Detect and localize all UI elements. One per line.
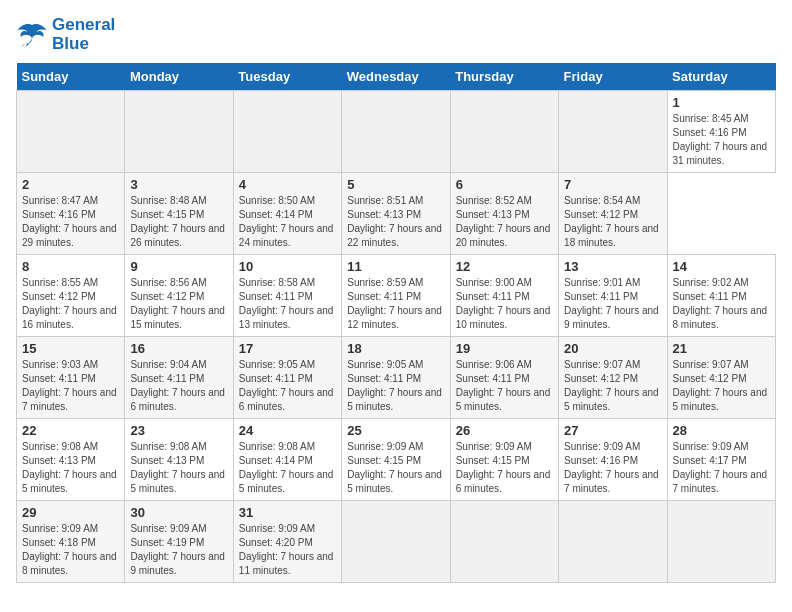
- calendar-cell: [125, 91, 233, 173]
- day-number: 9: [130, 259, 227, 274]
- day-info: Sunrise: 9:07 AMSunset: 4:12 PMDaylight:…: [564, 358, 661, 414]
- calendar-cell: 5Sunrise: 8:51 AMSunset: 4:13 PMDaylight…: [342, 173, 450, 255]
- calendar-cell: 14Sunrise: 9:02 AMSunset: 4:11 PMDayligh…: [667, 255, 775, 337]
- day-number: 29: [22, 505, 119, 520]
- calendar-cell: 24Sunrise: 9:08 AMSunset: 4:14 PMDayligh…: [233, 419, 341, 501]
- calendar-cell: [342, 501, 450, 583]
- day-info: Sunrise: 9:09 AMSunset: 4:15 PMDaylight:…: [456, 440, 553, 496]
- day-info: Sunrise: 8:58 AMSunset: 4:11 PMDaylight:…: [239, 276, 336, 332]
- logo-icon: [16, 21, 48, 49]
- day-info: Sunrise: 8:45 AMSunset: 4:16 PMDaylight:…: [673, 112, 770, 168]
- calendar-week-1: 1Sunrise: 8:45 AMSunset: 4:16 PMDaylight…: [17, 91, 776, 173]
- day-info: Sunrise: 8:50 AMSunset: 4:14 PMDaylight:…: [239, 194, 336, 250]
- calendar-cell: 10Sunrise: 8:58 AMSunset: 4:11 PMDayligh…: [233, 255, 341, 337]
- calendar-cell: [667, 501, 775, 583]
- day-number: 13: [564, 259, 661, 274]
- day-info: Sunrise: 9:01 AMSunset: 4:11 PMDaylight:…: [564, 276, 661, 332]
- calendar-cell: [450, 501, 558, 583]
- day-number: 11: [347, 259, 444, 274]
- calendar-cell: 4Sunrise: 8:50 AMSunset: 4:14 PMDaylight…: [233, 173, 341, 255]
- header-monday: Monday: [125, 63, 233, 91]
- day-info: Sunrise: 9:09 AMSunset: 4:15 PMDaylight:…: [347, 440, 444, 496]
- calendar-cell: 2Sunrise: 8:47 AMSunset: 4:16 PMDaylight…: [17, 173, 125, 255]
- calendar-cell: 29Sunrise: 9:09 AMSunset: 4:18 PMDayligh…: [17, 501, 125, 583]
- day-number: 19: [456, 341, 553, 356]
- page-header: General Blue: [16, 16, 776, 53]
- calendar-cell: 9Sunrise: 8:56 AMSunset: 4:12 PMDaylight…: [125, 255, 233, 337]
- day-number: 15: [22, 341, 119, 356]
- day-info: Sunrise: 8:59 AMSunset: 4:11 PMDaylight:…: [347, 276, 444, 332]
- calendar-cell: 27Sunrise: 9:09 AMSunset: 4:16 PMDayligh…: [559, 419, 667, 501]
- calendar-cell: 7Sunrise: 8:54 AMSunset: 4:12 PMDaylight…: [559, 173, 667, 255]
- day-info: Sunrise: 9:08 AMSunset: 4:13 PMDaylight:…: [130, 440, 227, 496]
- calendar-header-row: SundayMondayTuesdayWednesdayThursdayFrid…: [17, 63, 776, 91]
- day-number: 14: [673, 259, 770, 274]
- calendar-cell: 13Sunrise: 9:01 AMSunset: 4:11 PMDayligh…: [559, 255, 667, 337]
- calendar-cell: 11Sunrise: 8:59 AMSunset: 4:11 PMDayligh…: [342, 255, 450, 337]
- calendar-week-4: 15Sunrise: 9:03 AMSunset: 4:11 PMDayligh…: [17, 337, 776, 419]
- day-info: Sunrise: 9:07 AMSunset: 4:12 PMDaylight:…: [673, 358, 770, 414]
- day-info: Sunrise: 9:08 AMSunset: 4:13 PMDaylight:…: [22, 440, 119, 496]
- calendar-cell: 12Sunrise: 9:00 AMSunset: 4:11 PMDayligh…: [450, 255, 558, 337]
- day-info: Sunrise: 9:09 AMSunset: 4:17 PMDaylight:…: [673, 440, 770, 496]
- day-number: 20: [564, 341, 661, 356]
- day-number: 25: [347, 423, 444, 438]
- calendar-cell: 26Sunrise: 9:09 AMSunset: 4:15 PMDayligh…: [450, 419, 558, 501]
- day-info: Sunrise: 9:04 AMSunset: 4:11 PMDaylight:…: [130, 358, 227, 414]
- calendar-cell: 3Sunrise: 8:48 AMSunset: 4:15 PMDaylight…: [125, 173, 233, 255]
- day-info: Sunrise: 9:02 AMSunset: 4:11 PMDaylight:…: [673, 276, 770, 332]
- day-info: Sunrise: 9:09 AMSunset: 4:18 PMDaylight:…: [22, 522, 119, 578]
- calendar-cell: 22Sunrise: 9:08 AMSunset: 4:13 PMDayligh…: [17, 419, 125, 501]
- day-info: Sunrise: 8:48 AMSunset: 4:15 PMDaylight:…: [130, 194, 227, 250]
- day-info: Sunrise: 9:08 AMSunset: 4:14 PMDaylight:…: [239, 440, 336, 496]
- day-number: 1: [673, 95, 770, 110]
- calendar-week-3: 8Sunrise: 8:55 AMSunset: 4:12 PMDaylight…: [17, 255, 776, 337]
- day-number: 3: [130, 177, 227, 192]
- calendar-cell: 15Sunrise: 9:03 AMSunset: 4:11 PMDayligh…: [17, 337, 125, 419]
- header-wednesday: Wednesday: [342, 63, 450, 91]
- calendar-cell: [559, 501, 667, 583]
- day-number: 21: [673, 341, 770, 356]
- logo-text: General Blue: [52, 16, 115, 53]
- calendar-cell: 30Sunrise: 9:09 AMSunset: 4:19 PMDayligh…: [125, 501, 233, 583]
- day-number: 28: [673, 423, 770, 438]
- calendar-table: SundayMondayTuesdayWednesdayThursdayFrid…: [16, 63, 776, 583]
- day-number: 23: [130, 423, 227, 438]
- calendar-cell: 31Sunrise: 9:09 AMSunset: 4:20 PMDayligh…: [233, 501, 341, 583]
- day-info: Sunrise: 8:47 AMSunset: 4:16 PMDaylight:…: [22, 194, 119, 250]
- day-number: 7: [564, 177, 661, 192]
- calendar-cell: 19Sunrise: 9:06 AMSunset: 4:11 PMDayligh…: [450, 337, 558, 419]
- day-number: 27: [564, 423, 661, 438]
- calendar-cell: [17, 91, 125, 173]
- day-info: Sunrise: 8:52 AMSunset: 4:13 PMDaylight:…: [456, 194, 553, 250]
- day-info: Sunrise: 8:54 AMSunset: 4:12 PMDaylight:…: [564, 194, 661, 250]
- calendar-cell: 21Sunrise: 9:07 AMSunset: 4:12 PMDayligh…: [667, 337, 775, 419]
- day-number: 2: [22, 177, 119, 192]
- day-number: 26: [456, 423, 553, 438]
- calendar-week-2: 2Sunrise: 8:47 AMSunset: 4:16 PMDaylight…: [17, 173, 776, 255]
- day-number: 12: [456, 259, 553, 274]
- day-number: 10: [239, 259, 336, 274]
- header-friday: Friday: [559, 63, 667, 91]
- day-number: 31: [239, 505, 336, 520]
- day-info: Sunrise: 8:56 AMSunset: 4:12 PMDaylight:…: [130, 276, 227, 332]
- header-saturday: Saturday: [667, 63, 775, 91]
- day-number: 18: [347, 341, 444, 356]
- day-number: 8: [22, 259, 119, 274]
- calendar-cell: 17Sunrise: 9:05 AMSunset: 4:11 PMDayligh…: [233, 337, 341, 419]
- day-number: 4: [239, 177, 336, 192]
- header-tuesday: Tuesday: [233, 63, 341, 91]
- day-info: Sunrise: 8:51 AMSunset: 4:13 PMDaylight:…: [347, 194, 444, 250]
- calendar-cell: [342, 91, 450, 173]
- day-number: 30: [130, 505, 227, 520]
- calendar-cell: 8Sunrise: 8:55 AMSunset: 4:12 PMDaylight…: [17, 255, 125, 337]
- calendar-cell: 23Sunrise: 9:08 AMSunset: 4:13 PMDayligh…: [125, 419, 233, 501]
- day-info: Sunrise: 9:09 AMSunset: 4:20 PMDaylight:…: [239, 522, 336, 578]
- calendar-cell: [559, 91, 667, 173]
- calendar-week-5: 22Sunrise: 9:08 AMSunset: 4:13 PMDayligh…: [17, 419, 776, 501]
- calendar-cell: 6Sunrise: 8:52 AMSunset: 4:13 PMDaylight…: [450, 173, 558, 255]
- calendar-cell: 28Sunrise: 9:09 AMSunset: 4:17 PMDayligh…: [667, 419, 775, 501]
- day-number: 6: [456, 177, 553, 192]
- day-number: 22: [22, 423, 119, 438]
- calendar-cell: 1Sunrise: 8:45 AMSunset: 4:16 PMDaylight…: [667, 91, 775, 173]
